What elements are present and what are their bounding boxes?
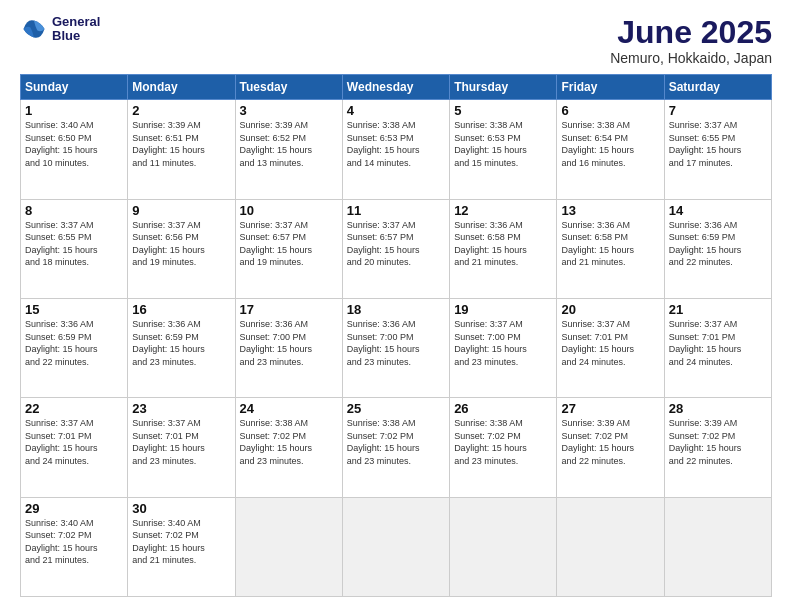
day-number: 13 xyxy=(561,203,659,218)
title-area: June 2025 Nemuro, Hokkaido, Japan xyxy=(610,15,772,66)
day-info: Sunrise: 3:40 AMSunset: 7:02 PMDaylight:… xyxy=(132,517,230,567)
day-number: 16 xyxy=(132,302,230,317)
day-number: 27 xyxy=(561,401,659,416)
day-info: Sunrise: 3:36 AMSunset: 7:00 PMDaylight:… xyxy=(240,318,338,368)
calendar-cell: 27Sunrise: 3:39 AMSunset: 7:02 PMDayligh… xyxy=(557,398,664,497)
calendar-cell: 13Sunrise: 3:36 AMSunset: 6:58 PMDayligh… xyxy=(557,199,664,298)
calendar-cell: 16Sunrise: 3:36 AMSunset: 6:59 PMDayligh… xyxy=(128,298,235,397)
location: Nemuro, Hokkaido, Japan xyxy=(610,50,772,66)
day-number: 18 xyxy=(347,302,445,317)
day-number: 8 xyxy=(25,203,123,218)
calendar-cell xyxy=(450,497,557,596)
day-number: 23 xyxy=(132,401,230,416)
day-info: Sunrise: 3:37 AMSunset: 7:00 PMDaylight:… xyxy=(454,318,552,368)
day-info: Sunrise: 3:36 AMSunset: 6:59 PMDaylight:… xyxy=(132,318,230,368)
day-number: 10 xyxy=(240,203,338,218)
day-number: 2 xyxy=(132,103,230,118)
day-number: 6 xyxy=(561,103,659,118)
logo-icon xyxy=(20,15,48,43)
calendar-cell: 14Sunrise: 3:36 AMSunset: 6:59 PMDayligh… xyxy=(664,199,771,298)
day-number: 5 xyxy=(454,103,552,118)
calendar-cell: 15Sunrise: 3:36 AMSunset: 6:59 PMDayligh… xyxy=(21,298,128,397)
calendar-cell: 4Sunrise: 3:38 AMSunset: 6:53 PMDaylight… xyxy=(342,100,449,199)
calendar-cell: 3Sunrise: 3:39 AMSunset: 6:52 PMDaylight… xyxy=(235,100,342,199)
day-number: 11 xyxy=(347,203,445,218)
day-info: Sunrise: 3:39 AMSunset: 6:51 PMDaylight:… xyxy=(132,119,230,169)
day-number: 3 xyxy=(240,103,338,118)
calendar-cell: 29Sunrise: 3:40 AMSunset: 7:02 PMDayligh… xyxy=(21,497,128,596)
day-info: Sunrise: 3:38 AMSunset: 6:53 PMDaylight:… xyxy=(347,119,445,169)
calendar-cell: 5Sunrise: 3:38 AMSunset: 6:53 PMDaylight… xyxy=(450,100,557,199)
day-info: Sunrise: 3:39 AMSunset: 6:52 PMDaylight:… xyxy=(240,119,338,169)
day-number: 17 xyxy=(240,302,338,317)
day-info: Sunrise: 3:37 AMSunset: 6:55 PMDaylight:… xyxy=(25,219,123,269)
col-header-friday: Friday xyxy=(557,75,664,100)
col-header-saturday: Saturday xyxy=(664,75,771,100)
day-info: Sunrise: 3:40 AMSunset: 7:02 PMDaylight:… xyxy=(25,517,123,567)
day-number: 28 xyxy=(669,401,767,416)
day-info: Sunrise: 3:37 AMSunset: 6:55 PMDaylight:… xyxy=(669,119,767,169)
calendar-cell: 11Sunrise: 3:37 AMSunset: 6:57 PMDayligh… xyxy=(342,199,449,298)
day-number: 29 xyxy=(25,501,123,516)
calendar-cell: 6Sunrise: 3:38 AMSunset: 6:54 PMDaylight… xyxy=(557,100,664,199)
day-number: 25 xyxy=(347,401,445,416)
logo-line1: General xyxy=(52,15,100,29)
calendar-cell: 1Sunrise: 3:40 AMSunset: 6:50 PMDaylight… xyxy=(21,100,128,199)
day-info: Sunrise: 3:36 AMSunset: 6:58 PMDaylight:… xyxy=(454,219,552,269)
week-row-1: 8Sunrise: 3:37 AMSunset: 6:55 PMDaylight… xyxy=(21,199,772,298)
calendar-cell: 8Sunrise: 3:37 AMSunset: 6:55 PMDaylight… xyxy=(21,199,128,298)
day-info: Sunrise: 3:38 AMSunset: 6:53 PMDaylight:… xyxy=(454,119,552,169)
calendar-cell: 19Sunrise: 3:37 AMSunset: 7:00 PMDayligh… xyxy=(450,298,557,397)
day-number: 26 xyxy=(454,401,552,416)
day-info: Sunrise: 3:37 AMSunset: 6:57 PMDaylight:… xyxy=(347,219,445,269)
day-number: 30 xyxy=(132,501,230,516)
day-info: Sunrise: 3:37 AMSunset: 7:01 PMDaylight:… xyxy=(669,318,767,368)
day-number: 7 xyxy=(669,103,767,118)
calendar-cell: 21Sunrise: 3:37 AMSunset: 7:01 PMDayligh… xyxy=(664,298,771,397)
day-number: 20 xyxy=(561,302,659,317)
day-info: Sunrise: 3:37 AMSunset: 6:57 PMDaylight:… xyxy=(240,219,338,269)
day-info: Sunrise: 3:40 AMSunset: 6:50 PMDaylight:… xyxy=(25,119,123,169)
day-number: 19 xyxy=(454,302,552,317)
day-info: Sunrise: 3:36 AMSunset: 7:00 PMDaylight:… xyxy=(347,318,445,368)
calendar-cell: 7Sunrise: 3:37 AMSunset: 6:55 PMDaylight… xyxy=(664,100,771,199)
day-number: 9 xyxy=(132,203,230,218)
day-number: 24 xyxy=(240,401,338,416)
calendar-cell: 9Sunrise: 3:37 AMSunset: 6:56 PMDaylight… xyxy=(128,199,235,298)
calendar-cell: 12Sunrise: 3:36 AMSunset: 6:58 PMDayligh… xyxy=(450,199,557,298)
calendar-cell: 20Sunrise: 3:37 AMSunset: 7:01 PMDayligh… xyxy=(557,298,664,397)
logo-text: General Blue xyxy=(52,15,100,44)
calendar-cell: 23Sunrise: 3:37 AMSunset: 7:01 PMDayligh… xyxy=(128,398,235,497)
week-row-4: 29Sunrise: 3:40 AMSunset: 7:02 PMDayligh… xyxy=(21,497,772,596)
calendar-table: SundayMondayTuesdayWednesdayThursdayFrid… xyxy=(20,74,772,597)
week-row-2: 15Sunrise: 3:36 AMSunset: 6:59 PMDayligh… xyxy=(21,298,772,397)
day-info: Sunrise: 3:36 AMSunset: 6:59 PMDaylight:… xyxy=(669,219,767,269)
month-title: June 2025 xyxy=(610,15,772,50)
day-info: Sunrise: 3:38 AMSunset: 6:54 PMDaylight:… xyxy=(561,119,659,169)
calendar-cell: 2Sunrise: 3:39 AMSunset: 6:51 PMDaylight… xyxy=(128,100,235,199)
logo: General Blue xyxy=(20,15,100,44)
day-info: Sunrise: 3:37 AMSunset: 6:56 PMDaylight:… xyxy=(132,219,230,269)
day-info: Sunrise: 3:36 AMSunset: 6:58 PMDaylight:… xyxy=(561,219,659,269)
day-info: Sunrise: 3:36 AMSunset: 6:59 PMDaylight:… xyxy=(25,318,123,368)
day-info: Sunrise: 3:37 AMSunset: 7:01 PMDaylight:… xyxy=(561,318,659,368)
day-info: Sunrise: 3:39 AMSunset: 7:02 PMDaylight:… xyxy=(669,417,767,467)
week-row-3: 22Sunrise: 3:37 AMSunset: 7:01 PMDayligh… xyxy=(21,398,772,497)
day-info: Sunrise: 3:37 AMSunset: 7:01 PMDaylight:… xyxy=(132,417,230,467)
calendar-cell: 25Sunrise: 3:38 AMSunset: 7:02 PMDayligh… xyxy=(342,398,449,497)
day-info: Sunrise: 3:38 AMSunset: 7:02 PMDaylight:… xyxy=(347,417,445,467)
calendar-cell xyxy=(664,497,771,596)
day-number: 15 xyxy=(25,302,123,317)
day-number: 12 xyxy=(454,203,552,218)
day-number: 4 xyxy=(347,103,445,118)
col-header-monday: Monday xyxy=(128,75,235,100)
col-header-thursday: Thursday xyxy=(450,75,557,100)
calendar-cell: 28Sunrise: 3:39 AMSunset: 7:02 PMDayligh… xyxy=(664,398,771,497)
calendar-cell: 10Sunrise: 3:37 AMSunset: 6:57 PMDayligh… xyxy=(235,199,342,298)
day-info: Sunrise: 3:37 AMSunset: 7:01 PMDaylight:… xyxy=(25,417,123,467)
day-info: Sunrise: 3:38 AMSunset: 7:02 PMDaylight:… xyxy=(454,417,552,467)
day-number: 14 xyxy=(669,203,767,218)
day-number: 1 xyxy=(25,103,123,118)
day-info: Sunrise: 3:38 AMSunset: 7:02 PMDaylight:… xyxy=(240,417,338,467)
page: General Blue June 2025 Nemuro, Hokkaido,… xyxy=(0,0,792,612)
